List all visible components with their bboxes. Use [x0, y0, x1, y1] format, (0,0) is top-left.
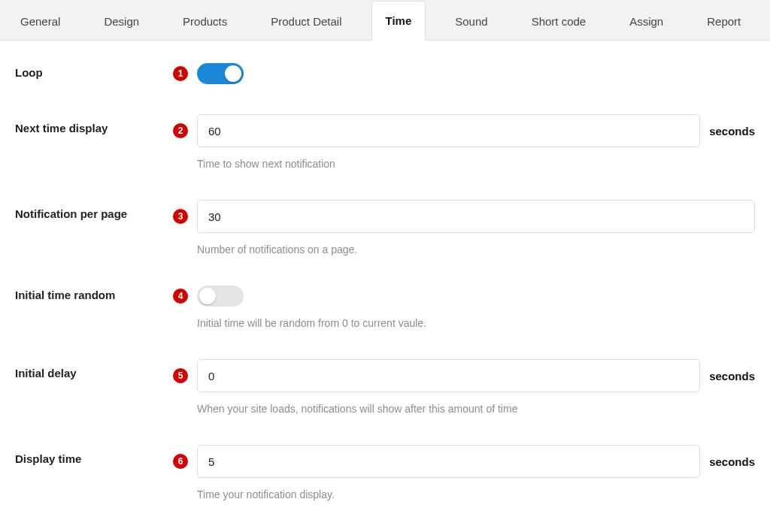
label-next-time: Next time display — [15, 114, 173, 135]
tab-short-code[interactable]: Short code — [517, 1, 601, 41]
row-initial-delay: Initial delay 5 seconds When your site l… — [15, 359, 755, 415]
help-display-time: Time your notification display. — [197, 488, 755, 500]
tab-general[interactable]: General — [6, 1, 74, 41]
toggle-knob — [225, 65, 241, 82]
help-next-time: Time to show next notification — [197, 158, 755, 170]
tabs-bar: General Design Products Product Detail T… — [0, 0, 770, 41]
marker-4: 4 — [173, 289, 188, 304]
row-display-time: Display time 6 seconds Time your notific… — [15, 445, 755, 500]
row-next-time: Next time display 2 seconds Time to show… — [15, 114, 755, 170]
help-initial-random: Initial time will be random from 0 to cu… — [197, 317, 755, 329]
row-loop: Loop 1 — [15, 63, 755, 84]
tab-design[interactable]: Design — [89, 1, 153, 41]
tab-sound[interactable]: Sound — [441, 1, 502, 41]
marker-2: 2 — [173, 123, 188, 138]
marker-5: 5 — [173, 368, 188, 383]
row-per-page: Notification per page 3 Number of notifi… — [15, 200, 755, 255]
input-next-time[interactable] — [197, 114, 700, 147]
input-display-time[interactable] — [197, 445, 700, 478]
settings-panel: Loop 1 Next time display 2 seconds Time … — [0, 41, 770, 530]
marker-6: 6 — [173, 454, 188, 469]
label-loop: Loop — [15, 63, 173, 79]
tab-product-detail[interactable]: Product Detail — [256, 1, 356, 41]
unit-initial-delay: seconds — [709, 370, 755, 382]
label-initial-random: Initial time random — [15, 286, 173, 301]
input-initial-delay[interactable] — [197, 359, 700, 392]
tab-time[interactable]: Time — [371, 1, 426, 41]
tab-report[interactable]: Report — [693, 1, 755, 41]
unit-next-time: seconds — [709, 125, 755, 138]
label-display-time: Display time — [15, 445, 173, 465]
toggle-loop[interactable] — [197, 63, 244, 84]
toggle-initial-random[interactable] — [197, 286, 244, 307]
row-initial-random: Initial time random 4 Initial time will … — [15, 286, 755, 329]
marker-1: 1 — [173, 66, 188, 81]
tab-products[interactable]: Products — [168, 1, 241, 41]
help-per-page: Number of notifications on a page. — [197, 243, 755, 255]
label-per-page: Notification per page — [15, 200, 173, 220]
help-initial-delay: When your site loads, notifications will… — [197, 403, 755, 415]
marker-3: 3 — [173, 209, 188, 224]
tab-assign[interactable]: Assign — [615, 1, 678, 41]
toggle-knob — [199, 288, 216, 304]
input-per-page[interactable] — [197, 200, 755, 233]
unit-display-time: seconds — [709, 455, 755, 468]
label-initial-delay: Initial delay — [15, 359, 173, 379]
